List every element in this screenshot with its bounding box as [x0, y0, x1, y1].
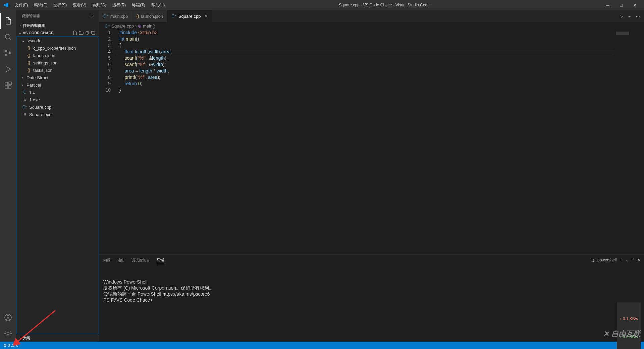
breadcrumb-symbol: main(): [143, 23, 155, 29]
close-button[interactable]: ✕: [628, 0, 641, 10]
activity-bar: [0, 10, 16, 342]
code-editor[interactable]: 12345678910 #include <stdio.h>int main()…: [99, 30, 644, 254]
chevron-down-icon: ⌄: [17, 31, 23, 35]
tree-item[interactable]: {}tasks.json: [16, 66, 99, 74]
panel-tab[interactable]: 输出: [117, 256, 125, 264]
chevron-down-icon: ⌄: [22, 39, 26, 43]
window-title: Square.cpp - VS Code Chace - Visual Stud…: [167, 3, 601, 7]
terminal-shell-icon[interactable]: ▢: [590, 258, 594, 262]
tree-item[interactable]: ›Date Struct: [16, 74, 99, 81]
open-editors-section[interactable]: › 打开的编辑器: [16, 22, 99, 29]
line-numbers: 12345678910: [99, 30, 116, 254]
problems-status[interactable]: ⊗ 0 ⚠ 0: [3, 343, 18, 348]
code-content[interactable]: #include <stdio.h>int main(){ float leng…: [116, 30, 614, 254]
menu-item[interactable]: 帮助(H): [149, 1, 168, 9]
editor-tab[interactable]: {}launch.json: [132, 10, 167, 22]
workspace-section[interactable]: ⌄ VS CODE CHACE: [16, 29, 99, 37]
editor-tab[interactable]: C⁺Square.cpp×: [167, 10, 212, 22]
json-icon: {}: [26, 60, 32, 65]
json-icon: {}: [136, 14, 139, 18]
menu-item[interactable]: 编辑(E): [31, 1, 50, 9]
run-debug-icon[interactable]: [0, 61, 16, 77]
minimize-button[interactable]: ─: [601, 0, 614, 10]
split-editor-icon[interactable]: ⫟: [627, 14, 632, 19]
search-icon[interactable]: [0, 29, 16, 45]
close-panel-icon[interactable]: ×: [638, 258, 640, 262]
tree-item-label: Square.exe: [29, 112, 52, 117]
menu-item[interactable]: 选择(S): [51, 1, 69, 9]
exe-icon: ≡: [22, 112, 28, 117]
settings-gear-icon[interactable]: [0, 326, 16, 342]
tree-item[interactable]: C⁺Square.cpp: [16, 103, 99, 111]
accounts-icon[interactable]: [0, 309, 16, 326]
tree-item-label: Date Struct: [26, 75, 48, 80]
tree-item[interactable]: ⌄.vscode: [16, 37, 99, 44]
cpp-icon: C⁺: [22, 105, 28, 109]
tree-item[interactable]: ›Partical: [16, 81, 99, 89]
explorer-icon[interactable]: [0, 13, 16, 29]
svg-point-2: [5, 54, 7, 56]
panel-tab[interactable]: 调试控制台: [131, 256, 150, 264]
new-file-icon[interactable]: [73, 31, 77, 35]
outline-section[interactable]: › 大纲: [16, 334, 99, 342]
svg-rect-7: [9, 82, 11, 85]
tab-label: launch.json: [141, 14, 163, 19]
vscode-logo-icon: [3, 2, 9, 8]
breadcrumb[interactable]: C⁺ Square.cpp › ⊕ main(): [99, 22, 644, 30]
tree-item-label: c_cpp_properties.json: [33, 46, 76, 51]
sidebar-title: 资源管理器: [21, 13, 40, 18]
tree-item[interactable]: ≡1.exe: [16, 96, 99, 103]
tab-label: main.cpp: [110, 14, 128, 19]
panel-tabs: 问题输出调试控制台终端▢powershell+⌄^×: [99, 255, 644, 265]
terminal-line: 尝试新的跨平台 PowerShell https://aka.ms/pscore…: [103, 291, 640, 297]
tree-item[interactable]: {}c_cpp_properties.json: [16, 44, 99, 52]
terminal-panel: 问题输出调试控制台终端▢powershell+⌄^× Windows Power…: [99, 254, 644, 342]
maximize-panel-icon[interactable]: ^: [632, 258, 634, 262]
collapse-all-icon[interactable]: [91, 31, 96, 35]
terminal-line: Windows PowerShell: [103, 279, 640, 285]
panel-tab[interactable]: 问题: [103, 256, 111, 264]
editor-area: C⁺main.cpp{}launch.jsonC⁺Square.cpp×▷⫟⋯ …: [99, 10, 644, 342]
run-icon[interactable]: ▷: [620, 14, 623, 19]
extensions-icon[interactable]: [0, 77, 16, 93]
tree-item[interactable]: ≡Square.exe: [16, 111, 99, 118]
source-control-icon[interactable]: [0, 45, 16, 61]
terminal-line: PS F:\VS Code Chace>: [103, 297, 640, 303]
terminal-output[interactable]: Windows PowerShell版权所有 (C) Microsoft Cor…: [99, 265, 644, 342]
chevron-right-icon: ›: [135, 23, 137, 29]
svg-rect-6: [8, 86, 11, 88]
terminal-dropdown-icon[interactable]: ⌄: [626, 258, 629, 262]
open-editors-label: 打开的编辑器: [23, 23, 45, 28]
menu-item[interactable]: 文件(F): [12, 1, 31, 9]
tree-item-label: 1.c: [29, 90, 35, 95]
minimap[interactable]: [614, 30, 644, 254]
chevron-right-icon: ›: [17, 336, 23, 340]
editor-tab[interactable]: C⁺main.cpp: [99, 10, 132, 22]
c-icon: C: [22, 90, 28, 95]
file-tree: ⌄.vscode{}c_cpp_properties.json{}launch.…: [16, 37, 99, 334]
menu-item[interactable]: 运行(R): [110, 1, 129, 9]
new-terminal-icon[interactable]: +: [620, 258, 622, 262]
json-icon: {}: [26, 68, 32, 72]
more-actions-icon[interactable]: ⋯: [88, 13, 94, 19]
more-icon[interactable]: ⋯: [636, 14, 640, 19]
tree-item[interactable]: {}settings.json: [16, 59, 99, 66]
cpp-icon: C⁺: [105, 23, 110, 29]
tree-item-label: settings.json: [33, 60, 57, 65]
json-icon: {}: [26, 53, 32, 58]
refresh-icon[interactable]: [85, 31, 90, 35]
svg-rect-11: [92, 32, 95, 35]
menu-item[interactable]: 终端(T): [129, 1, 148, 9]
tree-item[interactable]: {}launch.json: [16, 52, 99, 59]
menubar: 文件(F)编辑(E)选择(S)查看(V)转到(G)运行(R)终端(T)帮助(H): [12, 1, 167, 9]
menu-item[interactable]: 转到(G): [90, 1, 109, 9]
panel-tab[interactable]: 终端: [157, 256, 164, 264]
terminal-line: 版权所有 (C) Microsoft Corporation。保留所有权利。: [103, 285, 640, 291]
maximize-button[interactable]: □: [614, 0, 628, 10]
menu-item[interactable]: 查看(V): [70, 1, 89, 9]
close-tab-icon[interactable]: ×: [205, 13, 207, 19]
tree-item[interactable]: C1.c: [16, 89, 99, 96]
new-folder-icon[interactable]: [79, 31, 84, 35]
cpp-icon: C⁺: [103, 14, 108, 18]
sidebar: 资源管理器 ⋯ › 打开的编辑器 ⌄ VS CODE CHACE ⌄.vscod…: [16, 10, 99, 342]
